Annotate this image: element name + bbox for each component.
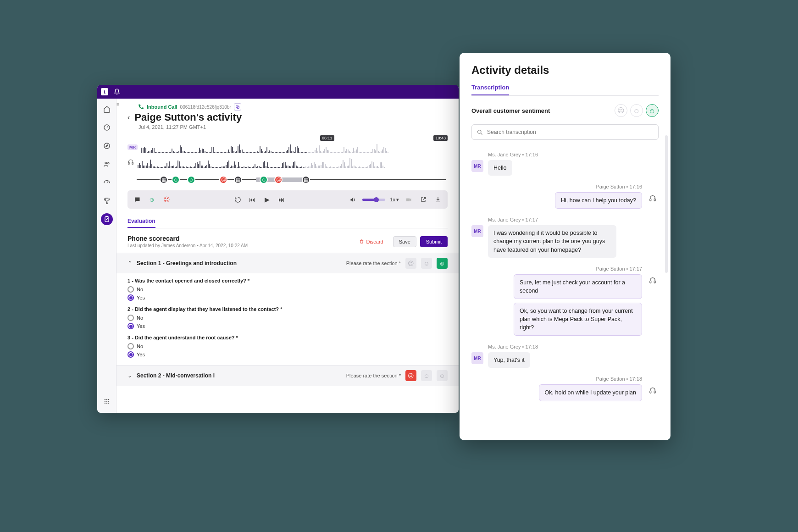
- agent-waveform[interactable]: [138, 156, 448, 168]
- copy-id-button[interactable]: [234, 103, 241, 111]
- customer-avatar: MR: [471, 352, 483, 364]
- people-icon[interactable]: [101, 158, 113, 170]
- sentiment-neutral-icon[interactable]: ☺: [630, 104, 643, 117]
- svg-rect-26: [654, 391, 655, 393]
- note-marker-icon[interactable]: ▦: [302, 176, 310, 184]
- download-icon[interactable]: [433, 194, 443, 205]
- rate-label: Please rate the section *: [346, 260, 401, 266]
- answer-yes[interactable]: Yes: [127, 294, 448, 301]
- answer-no[interactable]: No: [127, 286, 448, 293]
- rate-neutral-button[interactable]: ☺: [421, 370, 432, 381]
- tab-evaluation[interactable]: Evaluation: [127, 215, 155, 228]
- skip-back-icon[interactable]: ⏮: [247, 194, 257, 205]
- message-meta: Ms. Jane Grey • 17:18: [488, 344, 659, 349]
- answer-no[interactable]: No: [127, 343, 448, 349]
- volume-icon[interactable]: [348, 194, 358, 205]
- agent-message: Sure, let me just check your account for…: [514, 274, 642, 299]
- activity-details-panel: Activity details Transcription Overall c…: [460, 53, 671, 440]
- section-1-header[interactable]: ⌃ Section 1 - Greetings and introduction…: [116, 253, 459, 273]
- scorecard-title: Phone scorecard: [127, 235, 353, 242]
- sentiment-good-icon[interactable]: ☺: [646, 104, 659, 117]
- sentiment-bad-marker[interactable]: ☹: [274, 176, 283, 184]
- customer-avatar: MR: [471, 225, 483, 237]
- search-input[interactable]: [487, 129, 654, 135]
- speaker-badge: MR: [127, 144, 138, 150]
- rate-bad-button[interactable]: ☹: [405, 258, 416, 269]
- frown-icon[interactable]: ☹: [161, 194, 172, 205]
- rate-good-button[interactable]: ☺: [437, 258, 448, 269]
- back-button[interactable]: ‹: [127, 113, 130, 122]
- scorecard-subtitle: Last updated by James Anderson • Apr 14,…: [127, 243, 353, 248]
- sentiment-bad-marker[interactable]: ☹: [219, 176, 227, 184]
- scrollbar[interactable]: [665, 135, 668, 273]
- headphones-icon: [647, 192, 659, 204]
- svg-rect-17: [128, 162, 129, 164]
- bell-icon[interactable]: [113, 88, 121, 96]
- smile-icon[interactable]: ☺: [147, 194, 157, 205]
- clipboard-icon[interactable]: [101, 213, 113, 225]
- svg-point-13: [106, 403, 107, 404]
- agent-message: Ok, so you want to change from your curr…: [514, 303, 642, 336]
- activity-timestamp: Jul 4, 2021, 11:27 PM GMT+1: [139, 124, 448, 130]
- svg-rect-22: [654, 199, 655, 201]
- customer-message: I was wondering if it would be possible …: [488, 225, 616, 257]
- call-id: 006118fd12e526fjq310br: [180, 105, 231, 110]
- svg-point-10: [106, 401, 107, 402]
- headphones-icon: [647, 274, 659, 286]
- answer-yes[interactable]: Yes: [127, 351, 448, 358]
- discard-button[interactable]: Discard: [353, 236, 389, 247]
- speedometer-icon[interactable]: [101, 177, 113, 188]
- inbound-call-icon: [138, 104, 144, 110]
- rate-neutral-button[interactable]: ☺: [421, 258, 432, 269]
- save-button[interactable]: Save: [393, 236, 416, 247]
- message-meta: Ms. Jane Grey • 17:16: [488, 152, 659, 157]
- time-marker-b: 10:43: [433, 135, 448, 141]
- svg-point-3: [105, 162, 107, 164]
- replay-icon[interactable]: [233, 194, 243, 205]
- note-marker-icon[interactable]: ▦: [234, 176, 242, 184]
- rate-good-button[interactable]: ☺: [437, 370, 448, 381]
- home-icon[interactable]: [101, 103, 113, 115]
- comment-icon[interactable]: [132, 194, 142, 205]
- sentiment-good-marker[interactable]: ☺: [260, 176, 268, 184]
- tab-transcription[interactable]: Transcription: [471, 81, 509, 95]
- svg-rect-25: [650, 391, 651, 393]
- playback-speed[interactable]: 1x ▾: [390, 197, 399, 203]
- gauge-icon[interactable]: [101, 122, 113, 133]
- details-title: Activity details: [471, 64, 659, 77]
- apps-icon[interactable]: [101, 395, 113, 407]
- note-marker-icon[interactable]: ▦: [160, 176, 168, 184]
- video-icon[interactable]: [404, 194, 414, 205]
- message-meta: Ms. Jane Grey • 17:17: [488, 217, 659, 222]
- search-input-wrapper: [471, 124, 659, 140]
- popout-icon[interactable]: [418, 194, 428, 205]
- sentiment-good-marker[interactable]: ☺: [172, 176, 180, 184]
- section-2-header[interactable]: ⌄ Section 2 - Mid-conversation I Please …: [116, 365, 459, 386]
- play-icon[interactable]: ▶: [262, 194, 272, 205]
- svg-point-11: [108, 401, 109, 402]
- svg-marker-2: [105, 144, 108, 147]
- headphones-icon: [647, 384, 659, 396]
- message-meta: Paige Sutton • 17:18: [471, 376, 642, 382]
- answer-yes[interactable]: Yes: [127, 323, 448, 329]
- rate-bad-button[interactable]: ☹: [405, 370, 416, 381]
- call-type-label: Inbound Call: [147, 104, 177, 110]
- sentiment-label: Overall customer sentiment: [471, 107, 612, 114]
- collapse-sidebar-icon[interactable]: ≡: [116, 101, 119, 107]
- search-icon: [477, 129, 483, 136]
- compass-icon[interactable]: [101, 140, 113, 152]
- sentiment-good-marker[interactable]: ☺: [187, 176, 195, 184]
- skip-forward-icon[interactable]: ⏭: [277, 194, 287, 205]
- volume-slider[interactable]: [362, 199, 385, 201]
- chevron-up-icon[interactable]: ⌃: [127, 260, 132, 266]
- svg-rect-21: [650, 199, 651, 201]
- transcript-list[interactable]: Ms. Jane Grey • 17:16 MR Hello Paige Sut…: [460, 140, 671, 436]
- chevron-down-icon[interactable]: ⌄: [127, 372, 132, 379]
- customer-waveform[interactable]: [141, 141, 448, 153]
- main-content: ≡ Inbound Call 006118fd12e526fjq310br ‹ …: [116, 99, 459, 413]
- trophy-icon[interactable]: [101, 195, 113, 207]
- answer-no[interactable]: No: [127, 315, 448, 321]
- sentiment-bad-icon[interactable]: ☹: [615, 104, 627, 117]
- submit-button[interactable]: Submit: [420, 236, 448, 247]
- timeline-track[interactable]: ▦ ☺ ☺ ☹ ▦ ☺ ☹ ▦: [127, 173, 448, 187]
